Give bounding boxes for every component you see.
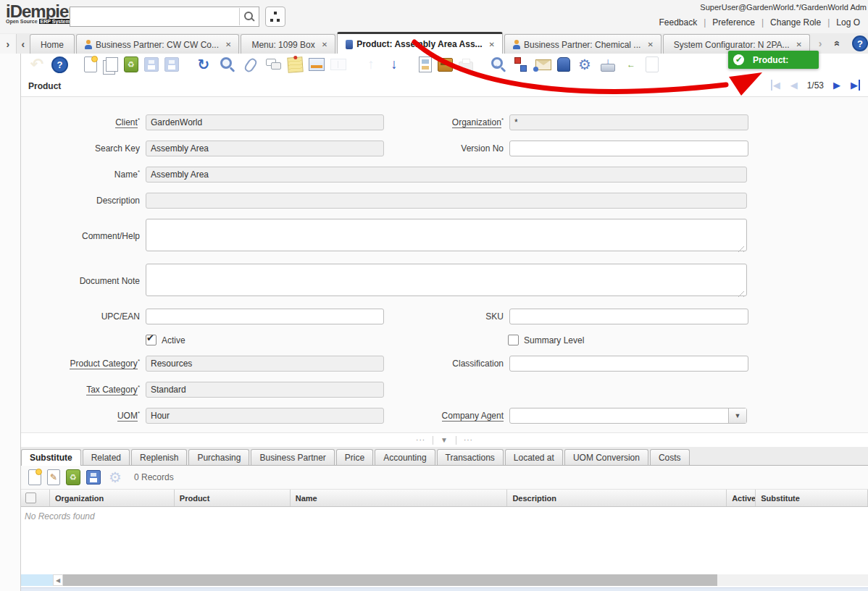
chevron-down-icon[interactable]: ▼ bbox=[728, 408, 746, 423]
window-tab-menu-1099-box[interactable]: Menu: 1099 Box✕ bbox=[241, 34, 335, 54]
window-tab-business-partner-chemical[interactable]: Business Partner: Chemical ...✕ bbox=[504, 34, 662, 54]
classification-field[interactable] bbox=[509, 356, 748, 372]
new-record-icon[interactable] bbox=[84, 56, 97, 72]
sku-field[interactable] bbox=[509, 309, 748, 324]
process-gear-icon[interactable]: ⚙ bbox=[576, 56, 593, 73]
detail-tab-related[interactable]: Related bbox=[83, 449, 130, 465]
column-header-organization[interactable]: Organization bbox=[50, 490, 175, 506]
upc-ean-field[interactable] bbox=[146, 309, 384, 324]
splitter-collapse-icon[interactable]: ▼ bbox=[433, 436, 456, 444]
company-agent-combo[interactable]: ▼ bbox=[509, 408, 747, 424]
search-button[interactable] bbox=[239, 8, 259, 25]
undo-icon[interactable]: ↶ bbox=[28, 56, 46, 73]
close-icon[interactable]: ✕ bbox=[796, 41, 802, 49]
close-icon[interactable]: ✕ bbox=[647, 41, 653, 49]
grid-toggle-icon[interactable] bbox=[309, 58, 325, 71]
column-header-description[interactable]: Description bbox=[507, 490, 727, 506]
sidebar-expand-button[interactable]: › bbox=[0, 34, 17, 54]
delete-row-icon[interactable]: ♻ bbox=[66, 469, 80, 485]
tax-category-field[interactable]: Standard bbox=[146, 382, 384, 398]
active-checkbox[interactable] bbox=[146, 335, 157, 345]
archive-icon[interactable] bbox=[438, 58, 453, 72]
close-icon[interactable]: ✕ bbox=[225, 41, 231, 49]
detail-tab-price[interactable]: Price bbox=[336, 449, 373, 465]
window-tab-home[interactable]: Home bbox=[30, 34, 75, 54]
column-header-product[interactable]: Product bbox=[175, 490, 291, 506]
save-row-icon[interactable] bbox=[86, 470, 101, 485]
header-link-preference[interactable]: Preference bbox=[706, 17, 761, 28]
search-key-field[interactable]: Assembly Area bbox=[146, 141, 384, 156]
scrollbar-thumb[interactable] bbox=[63, 574, 717, 586]
detail-tab-replenish[interactable]: Replenish bbox=[131, 449, 187, 465]
private-lock-icon[interactable] bbox=[557, 57, 570, 72]
header-link-feedback[interactable]: Feedback bbox=[652, 17, 704, 28]
attachment-icon[interactable] bbox=[241, 56, 259, 73]
column-header-substitute[interactable]: Substitute bbox=[756, 490, 868, 506]
splitter-dots-left[interactable]: ··· bbox=[409, 436, 433, 444]
close-icon[interactable]: ✕ bbox=[322, 41, 327, 49]
detail-tab-business-partner[interactable]: Business Partner bbox=[251, 449, 334, 465]
delete-record-icon[interactable]: ♻ bbox=[124, 56, 138, 72]
panel-splitter[interactable]: ··· ▼ ··· bbox=[21, 432, 868, 447]
detail-tab-uom-conversion[interactable]: UOM Conversion bbox=[564, 449, 648, 465]
global-search-input[interactable] bbox=[70, 9, 239, 25]
detail-record-icon[interactable]: ↓ bbox=[385, 56, 403, 73]
product-category-field[interactable]: Resources bbox=[146, 356, 384, 372]
script-icon[interactable] bbox=[646, 56, 659, 72]
postit-note-icon[interactable] bbox=[287, 56, 303, 72]
column-header-active[interactable]: Active bbox=[727, 490, 756, 506]
zoom-across-icon[interactable]: ← bbox=[489, 56, 506, 73]
detail-tab-substitute[interactable]: Substitute bbox=[21, 449, 81, 466]
header-link-log-o[interactable]: Log O bbox=[830, 17, 867, 28]
save-icon[interactable] bbox=[144, 57, 159, 72]
window-tab-product-assembly-area-ass[interactable]: Product: Assembly Area Ass...✕ bbox=[337, 32, 503, 54]
copy-record-icon[interactable] bbox=[106, 57, 118, 72]
column-header-name[interactable]: Name bbox=[291, 490, 508, 506]
summary-level-checkbox[interactable] bbox=[508, 335, 519, 345]
report-icon[interactable] bbox=[419, 56, 432, 72]
refresh-icon[interactable]: ↻ bbox=[195, 56, 212, 73]
name-field[interactable]: Assembly Area bbox=[146, 167, 747, 183]
detail-tab-transactions[interactable]: Transactions bbox=[437, 449, 504, 465]
horizontal-scrollbar[interactable]: ◀ bbox=[21, 574, 868, 586]
file-import-icon[interactable]: ← bbox=[622, 56, 640, 73]
detail-tab-located-at[interactable]: Located at bbox=[505, 449, 563, 465]
splitter-dots-right[interactable]: ··· bbox=[456, 436, 480, 444]
header-link-change-role[interactable]: Change Role bbox=[764, 17, 827, 28]
menu-tree-button[interactable] bbox=[265, 7, 285, 27]
find-icon[interactable] bbox=[218, 56, 235, 73]
close-icon[interactable]: ✕ bbox=[489, 41, 495, 49]
detail-grid-icon[interactable] bbox=[330, 59, 346, 70]
detail-tab-accounting[interactable]: Accounting bbox=[375, 449, 435, 465]
parent-record-icon[interactable]: ↑ bbox=[362, 56, 380, 73]
version-no-field[interactable] bbox=[509, 141, 748, 156]
collapse-all-button[interactable]: « bbox=[829, 34, 846, 54]
detail-tab-costs[interactable]: Costs bbox=[650, 449, 690, 465]
document-note-field[interactable] bbox=[146, 264, 747, 296]
last-record-icon[interactable]: ▶ bbox=[851, 80, 860, 91]
previous-record-icon[interactable]: ◀ bbox=[790, 80, 798, 91]
new-row-icon[interactable] bbox=[28, 469, 41, 485]
help-icon[interactable]: ? bbox=[51, 56, 68, 73]
first-record-icon[interactable]: ◀ bbox=[771, 80, 780, 91]
description-field[interactable] bbox=[146, 193, 747, 209]
save-create-icon[interactable] bbox=[164, 57, 179, 72]
scroll-left-arrow-icon[interactable]: ◀ bbox=[53, 574, 63, 586]
comment-help-field[interactable] bbox=[146, 219, 747, 251]
detail-tab-purchasing[interactable]: Purchasing bbox=[188, 449, 249, 465]
print-icon[interactable] bbox=[459, 62, 473, 72]
chat-icon[interactable] bbox=[264, 56, 282, 73]
edit-row-icon[interactable]: ✎ bbox=[47, 469, 60, 485]
workflow-icon[interactable] bbox=[512, 56, 530, 73]
client-field[interactable]: GardenWorld bbox=[146, 114, 384, 130]
organization-field[interactable]: * bbox=[509, 114, 748, 130]
customize-grid-icon[interactable]: ⚙ bbox=[107, 469, 124, 486]
uom-field[interactable]: Hour bbox=[146, 408, 384, 424]
requests-icon[interactable] bbox=[535, 59, 551, 70]
select-all-checkbox[interactable] bbox=[25, 492, 36, 503]
next-record-icon[interactable]: ▶ bbox=[833, 80, 840, 91]
window-tab-business-partner-cw-cw-co[interactable]: Business Partner: CW CW Co...✕ bbox=[76, 34, 239, 54]
export-icon[interactable]: ↓ bbox=[599, 56, 617, 73]
tab-scroll-left-button[interactable]: ‹ bbox=[17, 34, 30, 54]
help-button[interactable]: ? bbox=[852, 35, 868, 51]
